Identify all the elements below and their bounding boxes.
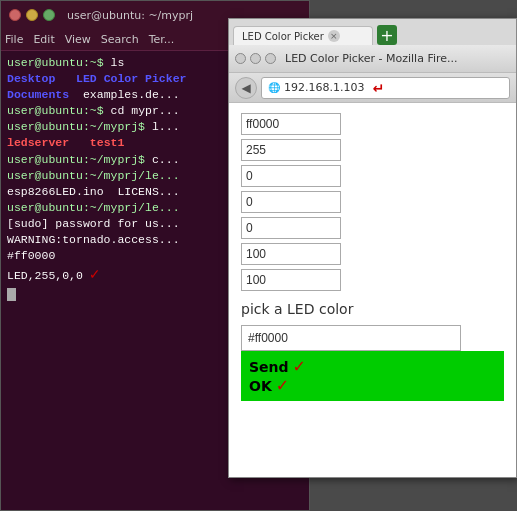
send-row: Send ✓ [249, 357, 496, 376]
menu-view[interactable]: View [65, 33, 91, 46]
back-button[interactable]: ◀ [235, 77, 257, 99]
menu-terminal[interactable]: Ter... [149, 33, 175, 46]
browser-minimize-button[interactable] [250, 53, 261, 64]
browser-maximize-button[interactable] [265, 53, 276, 64]
ok-label: OK [249, 378, 272, 394]
send-ok-area: Send ✓ OK ✓ [241, 351, 504, 401]
terminal-minimize-button[interactable] [26, 9, 38, 21]
ok-checkmark: ✓ [276, 376, 289, 395]
send-checkmark: ✓ [293, 357, 306, 376]
browser-toolbar: ◀ 🌐 192.168.1.103 ↵ [229, 73, 516, 103]
terminal-title: user@ubuntu: ~/myprj [67, 9, 193, 22]
hex-color-input[interactable] [241, 325, 461, 351]
terminal-cursor [7, 288, 16, 301]
new-tab-button[interactable]: + [377, 25, 397, 45]
terminal-close-button[interactable] [9, 9, 21, 21]
browser-content: pick a LED color Send ✓ OK ✓ [229, 103, 516, 477]
input-val3[interactable] [241, 191, 341, 213]
browser-tab-bar: LED Color Picker × + [229, 19, 516, 45]
browser-close-button[interactable] [235, 53, 246, 64]
terminal-traffic-lights [9, 9, 55, 21]
address-text: 192.168.1.103 [284, 81, 364, 94]
terminal-maximize-button[interactable] [43, 9, 55, 21]
input-val4[interactable] [241, 217, 341, 239]
lock-icon: 🌐 [268, 82, 280, 93]
browser-tab-active[interactable]: LED Color Picker × [233, 26, 373, 45]
tab-close-button[interactable]: × [328, 30, 340, 42]
address-bar[interactable]: 🌐 192.168.1.103 ↵ [261, 77, 510, 99]
tab-label: LED Color Picker [242, 31, 324, 42]
send-label[interactable]: Send [249, 359, 289, 375]
input-val6[interactable] [241, 269, 341, 291]
input-hex-top[interactable] [241, 113, 341, 135]
input-val2[interactable] [241, 165, 341, 187]
checkmark-arrow-1: ✓ [90, 266, 100, 284]
browser-traffic-lights [235, 53, 276, 64]
menu-file[interactable]: File [5, 33, 23, 46]
input-val5[interactable] [241, 243, 341, 265]
ok-row: OK ✓ [249, 376, 496, 395]
menu-search[interactable]: Search [101, 33, 139, 46]
browser-window: LED Color Picker × + LED Color Picker - … [228, 18, 517, 478]
input-val1[interactable] [241, 139, 341, 161]
browser-title: LED Color Picker - Mozilla Fire... [285, 52, 458, 65]
led-label: pick a LED color [241, 301, 504, 317]
menu-edit[interactable]: Edit [33, 33, 54, 46]
browser-titlebar: LED Color Picker - Mozilla Fire... [229, 45, 516, 73]
address-arrow: ↵ [372, 80, 384, 96]
